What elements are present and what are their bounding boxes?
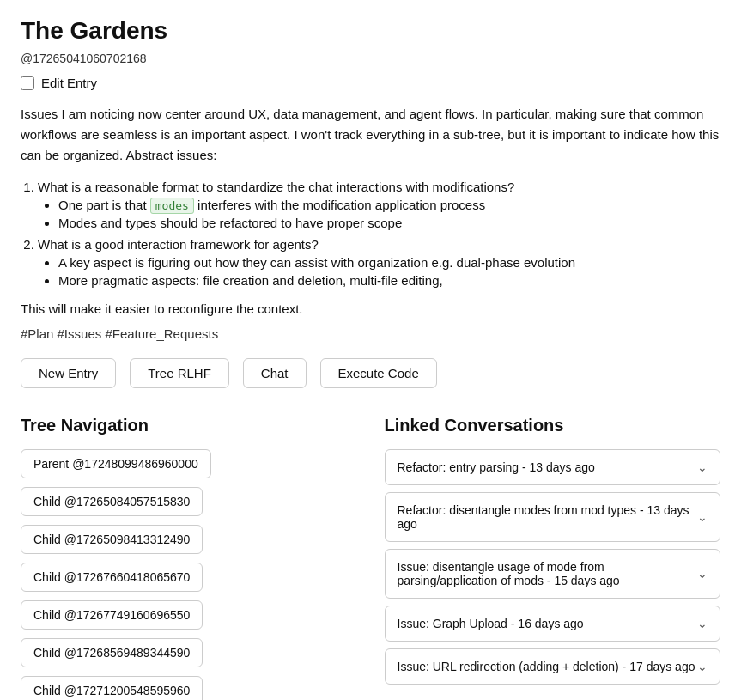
edit-entry-label: Edit Entry — [41, 76, 97, 90]
conversation-item-1[interactable]: Refactor: disentangle modes from mod typ… — [385, 492, 721, 542]
chevron-down-icon: ⌄ — [697, 660, 708, 673]
two-col-layout: Tree Navigation Parent @1724809948696000… — [21, 416, 720, 700]
tree-nav-list: Parent @17248099486960000 Child @1726508… — [21, 449, 357, 700]
sub-item-text: Modes and types should be refactored to … — [58, 216, 402, 230]
tree-navigation-section: Tree Navigation Parent @1724809948696000… — [21, 416, 357, 700]
list-item: What is a good interaction framework for… — [38, 237, 720, 288]
linked-conversations-title: Linked Conversations — [385, 416, 721, 435]
chevron-down-icon: ⌄ — [697, 460, 708, 474]
conversation-item-0[interactable]: Refactor: entry parsing - 13 days ago ⌄ — [385, 449, 721, 485]
sub-list-item: One part is that modes interferes with t… — [58, 198, 720, 212]
tree-nav-item-child-4[interactable]: Child @17268569489344590 — [21, 638, 203, 667]
edit-entry-checkbox[interactable] — [21, 76, 34, 90]
conversations-list: Refactor: entry parsing - 13 days ago ⌄ … — [385, 449, 721, 685]
tree-nav-item-child-5[interactable]: Child @17271200548595960 — [21, 676, 203, 700]
footer-text: This will make it easier to reconfigure … — [21, 301, 720, 316]
description-text: Issues I am noticing now center around U… — [21, 104, 720, 166]
sub-item-text: More pragmatic aspects: file creation an… — [58, 273, 443, 288]
sub-item-text-before: One part is that — [58, 198, 150, 212]
action-buttons: New Entry Tree RLHF Chat Execute Code — [21, 358, 720, 388]
tags: #Plan #Issues #Feature_Requests — [21, 326, 720, 341]
chat-button[interactable]: Chat — [243, 358, 307, 388]
tree-navigation-title: Tree Navigation — [21, 416, 357, 435]
conversation-label: Issue: Graph Upload - 16 days ago — [398, 617, 584, 630]
sub-list-item: Modes and types should be refactored to … — [58, 216, 720, 230]
sub-list-item: A key aspect is figuring out how they ca… — [58, 255, 720, 270]
content-list: What is a reasonable format to standardi… — [38, 180, 720, 288]
chevron-down-icon: ⌄ — [697, 510, 708, 524]
tree-nav-item-child-0[interactable]: Child @17265084057515830 — [21, 487, 203, 516]
conversation-item-2[interactable]: Issue: disentangle usage of mode from pa… — [385, 549, 721, 599]
tree-nav-item-parent[interactable]: Parent @17248099486960000 — [21, 449, 211, 478]
sub-list-item: More pragmatic aspects: file creation an… — [58, 273, 720, 288]
list-item-text: What is a good interaction framework for… — [38, 237, 319, 252]
page-subtitle: @17265041060702168 — [21, 52, 720, 65]
conversation-label: Issue: URL redirection (adding + deletio… — [398, 660, 695, 673]
chevron-down-icon: ⌄ — [697, 567, 708, 581]
sub-list: One part is that modes interferes with t… — [58, 198, 720, 230]
page-title: The Gardens — [21, 17, 720, 45]
sub-item-text-after: interferes with the modification applica… — [194, 198, 485, 212]
tree-nav-item-child-1[interactable]: Child @17265098413312490 — [21, 525, 203, 554]
list-item-text: What is a reasonable format to standardi… — [38, 180, 514, 194]
linked-conversations-section: Linked Conversations Refactor: entry par… — [385, 416, 721, 700]
conversation-label: Refactor: disentangle modes from mod typ… — [398, 503, 698, 531]
tree-nav-item-child-2[interactable]: Child @17267660418065670 — [21, 563, 203, 592]
chevron-down-icon: ⌄ — [697, 617, 708, 630]
modes-badge: modes — [150, 198, 194, 214]
tree-rlhf-button[interactable]: Tree RLHF — [130, 358, 229, 388]
conversation-item-4[interactable]: Issue: URL redirection (adding + deletio… — [385, 648, 721, 685]
sub-list: A key aspect is figuring out how they ca… — [58, 255, 720, 288]
conversation-label: Issue: disentangle usage of mode from pa… — [398, 560, 698, 587]
tree-nav-item-child-3[interactable]: Child @17267749160696550 — [21, 600, 203, 630]
conversation-item-3[interactable]: Issue: Graph Upload - 16 days ago ⌄ — [385, 606, 721, 642]
execute-code-button[interactable]: Execute Code — [320, 358, 437, 388]
conversation-label: Refactor: entry parsing - 13 days ago — [398, 460, 595, 474]
edit-entry-row: Edit Entry — [21, 76, 720, 90]
list-item: What is a reasonable format to standardi… — [38, 180, 720, 230]
new-entry-button[interactable]: New Entry — [21, 358, 116, 388]
sub-item-text: A key aspect is figuring out how they ca… — [58, 255, 575, 270]
